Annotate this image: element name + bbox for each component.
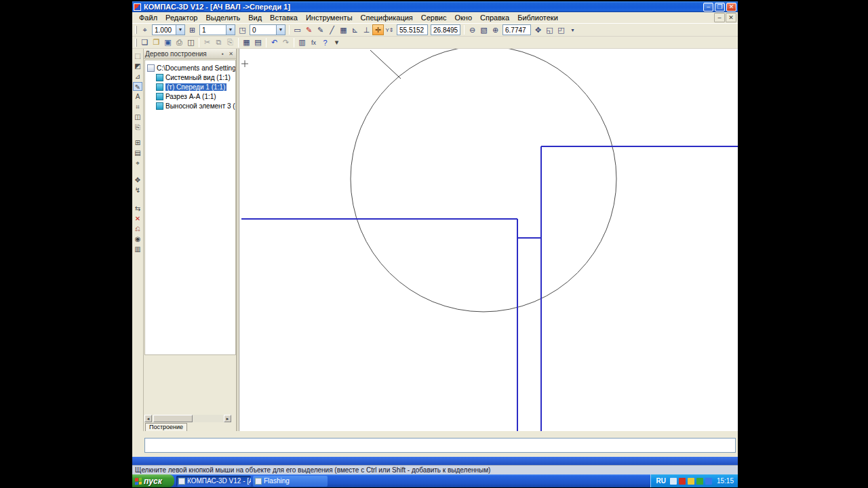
tray-network-icon[interactable] [670,478,677,485]
variables-button[interactable]: fx [308,37,319,48]
print-preview-button[interactable]: ◫ [185,37,197,48]
tray-update-icon[interactable] [696,478,703,485]
compact-rotate-icon[interactable]: ↯ [133,186,142,195]
pen-blue-button[interactable]: ✎ [315,24,326,35]
snap-toggle-button[interactable]: ▤ [252,37,264,48]
menu-item-выделить[interactable]: Выделить [201,13,244,22]
toolbar-more-button[interactable]: ▾ [567,24,578,35]
open-button[interactable]: ❐ [151,37,162,48]
drawing-canvas[interactable] [239,49,738,431]
table-button[interactable]: ▥ [296,37,308,48]
menu-item-редактор[interactable]: Редактор [161,13,201,22]
scroll-left-icon[interactable]: ◂ [144,415,152,422]
chevron-down-icon[interactable]: ▼ [176,25,184,35]
cut-button[interactable]: ✂ [201,37,213,48]
save-button[interactable]: ▣ [162,37,174,48]
zoom-in-button[interactable]: ⊕ [490,24,501,35]
compact-measure-icon[interactable]: ◫ [133,113,142,121]
mesh-button[interactable]: ▦ [338,24,349,35]
tray-volume-icon[interactable] [688,478,694,485]
zoom-out-button[interactable]: ⊖ [467,24,478,35]
eraser-button[interactable]: ▭ [292,24,303,35]
tree-item[interactable]: (т) Спереди 1 (1:1) [145,82,235,92]
context-help-button[interactable]: ▾ [331,37,342,48]
mdi-close-button[interactable]: ✕ [726,13,736,22]
tray-app-icon[interactable] [705,478,712,485]
menu-item-библиотеки[interactable]: Библиотеки [513,13,562,22]
minimize-button[interactable]: – [703,3,713,12]
menu-item-справка[interactable]: Справка [476,13,513,22]
scrollbar-thumb[interactable] [153,415,193,422]
local-cs-button[interactable]: ✛ [372,24,384,35]
tree-item[interactable]: Системный вид (1:1) [145,73,235,82]
tree-root-item[interactable]: C:\Documents and Settings\студе [145,63,235,73]
compact-layers-icon[interactable]: ▤ [133,148,142,157]
compact-designation-icon[interactable]: ✎ [133,82,142,91]
paste-button[interactable]: ⎘ [224,37,236,48]
compact-delete-icon[interactable]: ⎌ [133,224,142,233]
menu-item-файл[interactable]: Файл [135,13,161,22]
pin-icon[interactable]: ▪ [219,51,226,57]
menu-item-вставка[interactable]: Вставка [266,13,302,22]
menu-item-вид[interactable]: Вид [244,13,266,22]
compact-view-icon[interactable]: ⊞ [133,138,142,147]
toolbar-grip[interactable] [135,39,137,47]
redo-button[interactable]: ↷ [280,37,292,48]
undo-button[interactable]: ↶ [269,37,280,48]
new-document-button[interactable]: ❏ [139,37,151,48]
grid-toggle-button[interactable]: ▦ [241,37,252,48]
fit-page-button[interactable]: ◱ [544,24,555,35]
zoom-scale-field[interactable] [502,24,531,35]
compact-geometry-icon[interactable]: ◩ [133,62,142,70]
angle-snap-button[interactable]: ⊾ [349,24,361,35]
tree-horizontal-scrollbar[interactable]: ◂ ▸ [144,415,231,422]
compact-scale-icon[interactable]: ⇆ [133,204,142,213]
close-button[interactable]: ✕ [726,3,736,12]
ortho-button[interactable]: ⊥ [361,24,372,35]
compact-edit-icon[interactable]: A [133,92,142,101]
language-indicator[interactable]: RU [656,477,666,485]
help-button[interactable]: ? [319,37,331,48]
current-layer-combo[interactable]: 1 ▼ [199,24,235,35]
copy-button[interactable]: ⧉ [213,37,224,48]
mdi-minimize-button[interactable]: – [714,13,725,22]
cursor-snap-button[interactable]: ⌖ [139,24,151,35]
pen-red-button[interactable]: ✎ [303,24,315,35]
start-button[interactable]: пуск [132,474,174,487]
grid-settings-button[interactable]: ⊞ [186,24,198,35]
current-style-combo[interactable]: 0 ▼ [250,24,285,35]
coord-x-field[interactable] [397,24,428,35]
print-button[interactable]: ⎙ [174,37,185,48]
compact-move-icon[interactable]: ✥ [133,176,142,184]
cursor-step-combo[interactable]: 1.000 ▼ [152,24,185,35]
line-style-button[interactable]: ╱ [326,24,338,35]
message-input[interactable] [144,438,736,453]
tree-item[interactable]: Разрез А-А (1:1) [145,92,235,101]
tree-item[interactable]: Выносной элемент 3 (4:1) [145,101,235,110]
menu-item-инструменты[interactable]: Инструменты [302,13,357,22]
coord-y-field[interactable] [431,24,460,35]
compact-spec-icon[interactable]: ⎘ [133,123,142,131]
tab-construction[interactable]: Построение [145,423,187,431]
show-all-button[interactable]: ◰ [555,24,567,35]
zoom-rect-button[interactable]: ▧ [478,24,490,35]
toolbar-grip[interactable] [135,26,137,34]
compact-copy-icon[interactable]: ◉ [133,235,142,243]
maximize-button[interactable]: ❐ [715,3,725,12]
compact-trim-icon[interactable]: ✕ [133,214,142,223]
pan-button[interactable]: ✥ [532,24,544,35]
scroll-right-icon[interactable]: ▸ [224,415,231,422]
menu-item-сервис[interactable]: Сервис [417,13,451,22]
compact-dimensions-icon[interactable]: ⊿ [133,72,142,81]
close-icon[interactable]: ✕ [227,51,235,57]
menu-item-спецификация[interactable]: Спецификация [357,13,417,22]
chevron-down-icon[interactable]: ▼ [276,25,285,35]
tray-antivirus-icon[interactable] [679,478,686,485]
compact-mirror-icon[interactable]: ▥ [133,245,142,253]
menu-item-окно[interactable]: Окно [450,13,476,22]
chevron-down-icon[interactable]: ▼ [226,25,235,35]
compact-select-icon[interactable]: ⬚ [133,52,142,60]
taskbar-task-button[interactable]: КОМПАС-3D V12 - [А... [176,476,251,487]
taskbar-task-button[interactable]: Flashing [253,476,328,487]
compact-param-icon[interactable]: ⌗ [133,102,142,111]
